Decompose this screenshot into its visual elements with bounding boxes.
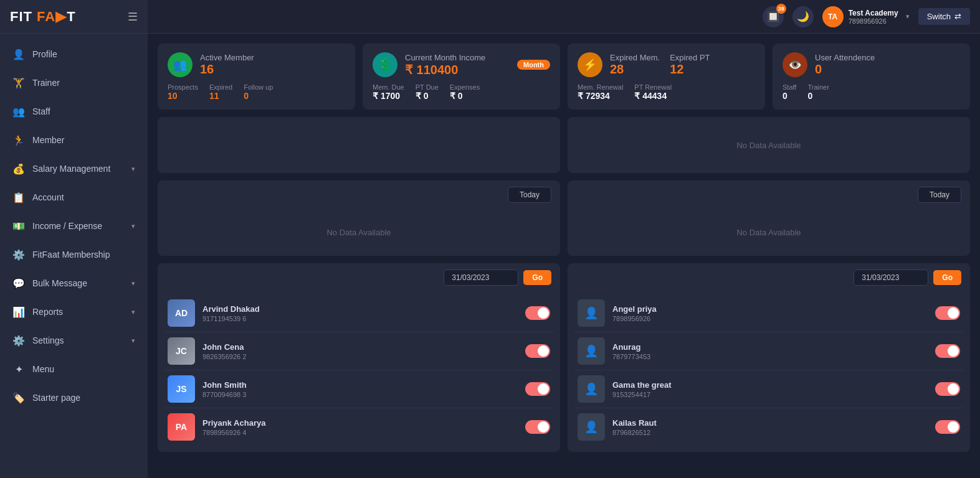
left-date-input[interactable]	[444, 269, 518, 286]
income-sub: Mem. Due ₹ 1700 PT Due ₹ 0 Expenses ₹ 0	[373, 83, 550, 101]
nav-label-bulk: Bulk Message	[32, 278, 124, 288]
right-date-input[interactable]	[854, 269, 928, 286]
sidebar-item-member[interactable]: 🏃 Member	[0, 126, 148, 154]
member-toggle[interactable]	[935, 306, 960, 320]
content-area: 👥 Active Member 16 Prospects 10 Expired …	[148, 34, 980, 478]
followup-item: Follow up 0	[244, 83, 273, 101]
member-toggle[interactable]	[525, 344, 550, 358]
pt-due-item: PT Due ₹ 0	[416, 83, 439, 101]
left-date-header: Go	[158, 263, 560, 292]
pt-due-value: ₹ 0	[416, 91, 439, 101]
switch-icon: ⇄	[954, 12, 961, 21]
nav-arrow-settings: ▾	[131, 337, 135, 345]
middle-panels-row: No Data Available	[158, 117, 970, 173]
active-member-title: Active Member	[200, 53, 254, 62]
member-avatar: 👤	[578, 337, 605, 365]
active-member-card: 👥 Active Member 16 Prospects 10 Expired …	[158, 44, 355, 110]
member-name: Arvind Dhakad	[202, 304, 518, 314]
sidebar-item-staff[interactable]: 👥 Staff	[0, 97, 148, 126]
member-phone: 9826356926 2	[202, 353, 518, 360]
nav-label-member: Member	[32, 135, 135, 145]
member-toggle[interactable]	[525, 306, 550, 320]
income-title: Current Month Income	[405, 53, 510, 62]
notification-badge: 39	[776, 4, 786, 14]
member-list-left: Go AD Arvind Dhakad 9171194539 6 JC John…	[158, 263, 560, 452]
followup-label: Follow up	[244, 83, 273, 91]
staff-item: Staff 0	[783, 83, 796, 101]
member-toggle[interactable]	[525, 382, 550, 396]
today-panel-right: Today No Data Available	[568, 180, 970, 256]
member-avatar: 👤	[578, 375, 605, 403]
member-toggle[interactable]	[935, 344, 960, 358]
member-phone: 7898956926 4	[202, 429, 518, 436]
nav-icon-income: 💵	[12, 220, 25, 232]
today-button-left[interactable]: Today	[508, 187, 551, 203]
sidebar-item-income[interactable]: 💵 Income / Expense ▾	[0, 212, 148, 240]
left-go-button[interactable]: Go	[523, 270, 551, 285]
sidebar-item-account[interactable]: 📋 Account	[0, 183, 148, 212]
member-toggle[interactable]	[935, 420, 960, 434]
member-toggle[interactable]	[525, 420, 550, 434]
right-date-header: Go	[568, 263, 970, 292]
nav-label-staff: Staff	[32, 106, 135, 116]
active-member-sub: Prospects 10 Expired 11 Follow up 0	[168, 83, 345, 101]
switch-button[interactable]: Switch ⇄	[918, 8, 970, 25]
nav-icon-account: 📋	[12, 191, 25, 204]
sidebar-item-bulk[interactable]: 💬 Bulk Message ▾	[0, 269, 148, 298]
member-info: Angel priya 7898956926	[612, 304, 928, 322]
mem-renewal-item: Mem. Renewal ₹ 72934	[578, 83, 623, 101]
today-body-right: No Data Available	[568, 209, 970, 256]
followup-value: 0	[244, 91, 273, 101]
nav-icon-profile: 👤	[12, 48, 25, 60]
mem-renewal-value: ₹ 72934	[578, 91, 623, 101]
income-card: 💲 Current Month Income ₹ 110400 Month Mo…	[363, 44, 560, 110]
stats-cards-row: 👥 Active Member 16 Prospects 10 Expired …	[158, 44, 970, 110]
nav-label-salary: Salary Management	[32, 164, 124, 174]
right-go-button[interactable]: Go	[933, 270, 961, 285]
sidebar-item-starter[interactable]: 🏷️ Starter page	[0, 383, 148, 412]
nav-arrow-reports: ▾	[131, 308, 135, 316]
sidebar-item-profile[interactable]: 👤 Profile	[0, 40, 148, 68]
expenses-label: Expenses	[450, 83, 480, 91]
expired-pt-title: Expired PT	[670, 53, 710, 62]
logo-text: FIT FA▶T	[10, 9, 76, 25]
member-phone: 8770094698 3	[202, 391, 518, 398]
sidebar-item-salary[interactable]: 💰 Salary Management ▾	[0, 154, 148, 183]
expired-item: Expired 11	[209, 83, 232, 101]
member-name: John Smith	[202, 380, 518, 390]
logo-area: FIT FA▶T ☰	[0, 0, 148, 34]
attendance-value: 0	[815, 62, 875, 77]
theme-toggle-icon[interactable]: 🌙	[792, 6, 814, 27]
list-item: 👤 Angel priya 7898956926	[574, 294, 964, 332]
header: 🔲 39 🌙 TA Test Academy 7898956926 ▾ Swit…	[148, 0, 980, 34]
nav-icon-staff: 👥	[12, 105, 25, 118]
today-button-right[interactable]: Today	[918, 187, 961, 203]
attendance-sub: Staff 0 Trainer 0	[783, 83, 960, 101]
income-value: ₹ 110400	[405, 62, 458, 77]
member-name: Gama the great	[612, 380, 928, 390]
month-toggle[interactable]: Month	[517, 60, 550, 70]
mem-due-item: Mem. Due ₹ 1700	[373, 83, 404, 101]
expired-header: ⚡ Expired Mem. 28 Expired PT 12	[578, 52, 755, 77]
hamburger-icon[interactable]: ☰	[128, 10, 138, 24]
sidebar-item-menu[interactable]: ✦ Menu	[0, 355, 148, 383]
no-data-today-right: No Data Available	[736, 228, 801, 237]
expired-pt-value: 12	[670, 62, 710, 77]
today-header-right: Today	[568, 180, 970, 209]
nav-icon-member: 🏃	[12, 134, 25, 146]
sidebar-item-fitfaat[interactable]: ⚙️ FitFaat Membership	[0, 240, 148, 269]
member-phone: 7879773453	[612, 353, 928, 360]
member-info: Kailas Raut 8796826512	[612, 418, 928, 436]
member-avatar: PA	[168, 413, 195, 441]
staff-value: 0	[783, 91, 796, 101]
list-item: PA Priyank Acharya 7898956926 4	[164, 408, 554, 446]
member-toggle[interactable]	[935, 382, 960, 396]
attendance-header: 👁️ User Attendence 0	[783, 52, 960, 77]
notifications-icon[interactable]: 🔲 39	[763, 6, 784, 27]
income-header: 💲 Current Month Income ₹ 110400 Month Mo…	[373, 52, 550, 77]
sidebar-item-trainer[interactable]: 🏋️ Trainer	[0, 68, 148, 97]
pt-renewal-label: PT Renewal	[634, 83, 672, 91]
member-avatar: JC	[168, 337, 195, 365]
sidebar-item-reports[interactable]: 📊 Reports ▾	[0, 298, 148, 326]
sidebar-item-settings[interactable]: ⚙️ Settings ▾	[0, 326, 148, 355]
